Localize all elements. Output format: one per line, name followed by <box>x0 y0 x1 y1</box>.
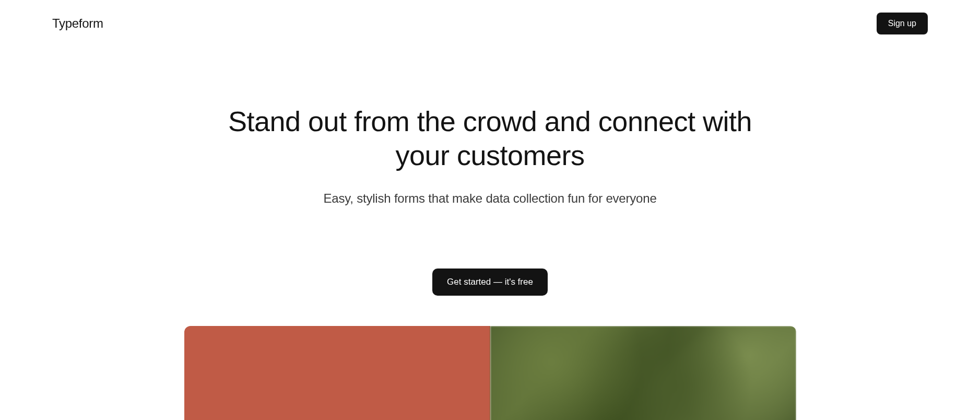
preview-right-image <box>490 326 796 420</box>
hero-section: Stand out from the crowd and connect wit… <box>203 47 777 206</box>
cta-container: Get started — it's free <box>0 269 980 296</box>
header: Typeform Sign up <box>0 0 980 47</box>
preview-panel <box>184 326 796 420</box>
preview-left-panel <box>184 326 490 420</box>
signup-button[interactable]: Sign up <box>877 13 928 34</box>
hero-heading: Stand out from the crowd and connect wit… <box>203 104 777 172</box>
hero-subheading: Easy, stylish forms that make data colle… <box>203 191 777 206</box>
logo[interactable]: Typeform <box>52 16 103 31</box>
get-started-button[interactable]: Get started — it's free <box>432 269 548 296</box>
